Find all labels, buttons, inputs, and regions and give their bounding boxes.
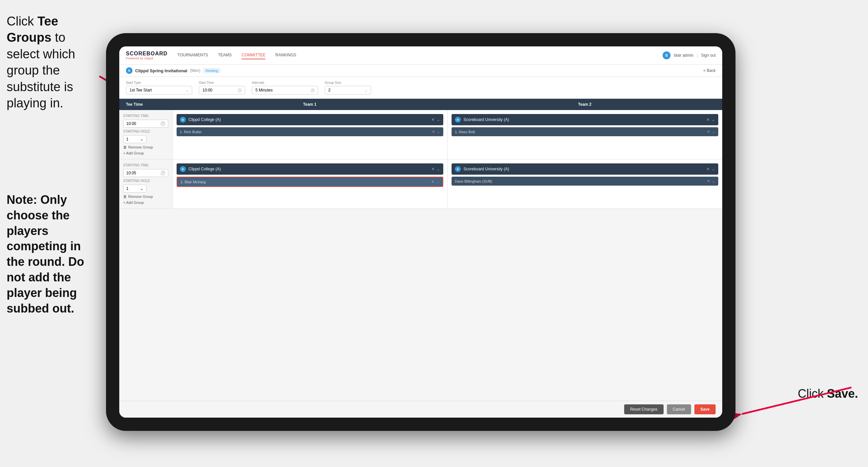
nav-committee[interactable]: COMMITTEE: [242, 51, 266, 59]
back-button[interactable]: < Back: [703, 68, 716, 73]
note-text: Note: Only choose the players competing …: [0, 185, 103, 323]
header-team2: Team 2: [447, 99, 722, 110]
team1-icon-2: B: [180, 166, 186, 172]
table-row: STARTING TIME: 10:00 🕐 STARTING HOLE: 1 …: [119, 110, 722, 159]
player-entry-1-2[interactable]: 2. Blair McHarg ✕ ⌄: [177, 177, 443, 187]
remove-group-button-2[interactable]: 🗑 Remove Group: [123, 195, 168, 199]
cancel-button[interactable]: Cancel: [667, 404, 691, 414]
action-bar: Reset Changes Cancel Save: [119, 401, 722, 418]
start-type-input[interactable]: 1st Tee Start ⌄: [126, 86, 192, 94]
group-size-field: Group Size 2 ⌄: [325, 81, 371, 94]
team2-entry-2[interactable]: B Scoreboard University (A) ✕ ⌄: [452, 164, 718, 175]
team2-name-1: Scoreboard University (A): [464, 117, 509, 122]
remove-group-button-1[interactable]: 🗑 Remove Group: [123, 145, 168, 149]
tee-time-cell-2: STARTING TIME: 10:05 🕐 STARTING HOLE: 1 …: [119, 159, 172, 208]
header-tee-time: Tee Time: [119, 99, 172, 110]
player-entry-2-1[interactable]: 1. Rees Britt ✕ ⌄: [452, 127, 718, 136]
nav-avatar: B: [662, 51, 671, 59]
starting-hole-input-2[interactable]: 1 ⌄: [123, 185, 147, 193]
nav-rankings[interactable]: RANKINGS: [275, 51, 296, 59]
start-time-input[interactable]: 10:00 🕐: [199, 86, 245, 94]
team2-chevron-2[interactable]: ⌄: [712, 167, 715, 171]
team1-entry-1[interactable]: B Clippd College (A) ✕ ⌄: [177, 114, 443, 125]
team1-x-1[interactable]: ✕: [431, 117, 435, 122]
group-size-value: 2: [328, 88, 331, 92]
start-time-label: Start Time: [199, 81, 245, 85]
team2-chevron-1[interactable]: ⌄: [712, 117, 715, 122]
intervals-field: Intervals 5 Minutes 🕐: [252, 81, 318, 94]
player-chevron-1-1[interactable]: ⌄: [437, 129, 440, 134]
nav-tournaments[interactable]: TOURNAMENTS: [178, 51, 208, 59]
save-button[interactable]: Save: [694, 404, 716, 414]
intervals-input[interactable]: 5 Minutes 🕐: [252, 86, 318, 94]
groups-area: STARTING TIME: 10:00 🕐 STARTING HOLE: 1 …: [119, 110, 722, 401]
instruction-text: Click Tee Groups to select which group t…: [0, 7, 103, 118]
player-x-1-1[interactable]: ✕: [432, 129, 435, 134]
time-clock-icon-2: 🕐: [160, 171, 165, 175]
player-chevron-2-1[interactable]: ⌄: [712, 129, 715, 134]
breadcrumb-icon: B: [126, 67, 132, 74]
logo-sub: Powered by clippd: [126, 57, 168, 60]
reset-changes-button[interactable]: Reset Changes: [624, 404, 663, 414]
starting-hole-input-1[interactable]: 1 ⌄: [123, 135, 147, 143]
start-config: Start Type 1st Tee Start ⌄ Start Time 10…: [119, 77, 722, 99]
start-type-value: 1st Tee Start: [129, 88, 152, 92]
nav-bar: SCOREBOARD Powered by clippd TOURNAMENTS…: [119, 47, 722, 65]
breadcrumb-subtitle: (Men): [190, 68, 200, 73]
player-entry-2-2[interactable]: Dave Billingham (SUB) ✕ ⌄: [452, 177, 718, 185]
team2-x-1[interactable]: ✕: [706, 117, 710, 122]
instruction-prefix: Click: [7, 14, 37, 28]
tablet-frame: SCOREBOARD Powered by clippd TOURNAMENTS…: [106, 33, 736, 431]
intervals-clock-icon: 🕐: [310, 88, 314, 92]
logo-area: SCOREBOARD Powered by clippd: [126, 51, 168, 60]
starting-time-label-2: STARTING TIME:: [123, 164, 168, 167]
hole-arrow-2: ⌄: [140, 186, 144, 191]
group-size-arrow: ⌄: [365, 88, 367, 92]
player-name-2-2: Dave Billingham (SUB): [455, 179, 492, 183]
time-clock-icon-1: 🕐: [160, 121, 165, 126]
starting-time-label-1: STARTING TIME:: [123, 114, 168, 118]
start-time-value: 10:00: [203, 88, 212, 92]
intervals-label: Intervals: [252, 81, 318, 85]
nav-signout[interactable]: Sign out: [701, 53, 716, 58]
breadcrumb-bar: B Clippd Spring Invitational (Men) Hosti…: [119, 65, 722, 77]
group-size-input[interactable]: 2 ⌄: [325, 86, 371, 94]
team1-name-1: Clippd College (A): [188, 117, 221, 122]
start-type-field: Start Type 1st Tee Start ⌄: [126, 81, 192, 94]
starting-time-input-1[interactable]: 10:00 🕐: [123, 120, 168, 127]
start-time-clock-icon: 🕐: [238, 88, 242, 92]
nav-teams[interactable]: TEAMS: [218, 51, 231, 59]
add-group-button-1[interactable]: + Add Group: [123, 151, 168, 155]
team1-chevron-2[interactable]: ⌄: [437, 167, 440, 171]
player-entry-1-1[interactable]: 1. Rich Butler ✕ ⌄: [177, 127, 443, 136]
team1-entry-2[interactable]: B Clippd College (A) ✕ ⌄: [177, 164, 443, 175]
team1-name-2: Clippd College (A): [188, 167, 221, 171]
team1-chevron-1[interactable]: ⌄: [437, 117, 440, 122]
note-bold-prefix: Note: Only choose the players competing …: [7, 193, 84, 315]
add-group-button-2[interactable]: + Add Group: [123, 201, 168, 204]
nav-right: B blair admin | Sign out: [662, 51, 716, 59]
player-chevron-1-2[interactable]: ⌄: [436, 180, 439, 184]
tablet-screen: SCOREBOARD Powered by clippd TOURNAMENTS…: [119, 47, 722, 418]
team2-x-2[interactable]: ✕: [706, 167, 710, 171]
trash-icon-1: 🗑: [123, 145, 127, 149]
player-x-1-2[interactable]: ✕: [431, 180, 434, 184]
player-x-2-2[interactable]: ✕: [707, 179, 710, 183]
group-size-label: Group Size: [325, 81, 371, 85]
team1-x-2[interactable]: ✕: [431, 167, 435, 171]
team2-cell-1: B Scoreboard University (A) ✕ ⌄ 1. Rees …: [447, 110, 722, 159]
start-type-arrow: ⌄: [186, 88, 188, 92]
team2-entry-1[interactable]: B Scoreboard University (A) ✕ ⌄: [452, 114, 718, 125]
table-header: Tee Time Team 1 Team 2: [119, 99, 722, 110]
click-save-annotation: Click Save.: [798, 387, 858, 401]
header-team1: Team 1: [172, 99, 447, 110]
player-x-2-1[interactable]: ✕: [707, 129, 710, 134]
logo-title: SCOREBOARD: [126, 51, 168, 57]
start-time-field: Start Time 10:00 🕐: [199, 81, 245, 94]
table-row: STARTING TIME: 10:05 🕐 STARTING HOLE: 1 …: [119, 159, 722, 209]
intervals-value: 5 Minutes: [255, 88, 273, 92]
player-chevron-2-2[interactable]: ⌄: [712, 179, 715, 183]
player-name-1-1: 1. Rich Butler: [180, 130, 202, 134]
starting-hole-label-1: STARTING HOLE:: [123, 129, 168, 133]
starting-time-input-2[interactable]: 10:05 🕐: [123, 169, 168, 177]
